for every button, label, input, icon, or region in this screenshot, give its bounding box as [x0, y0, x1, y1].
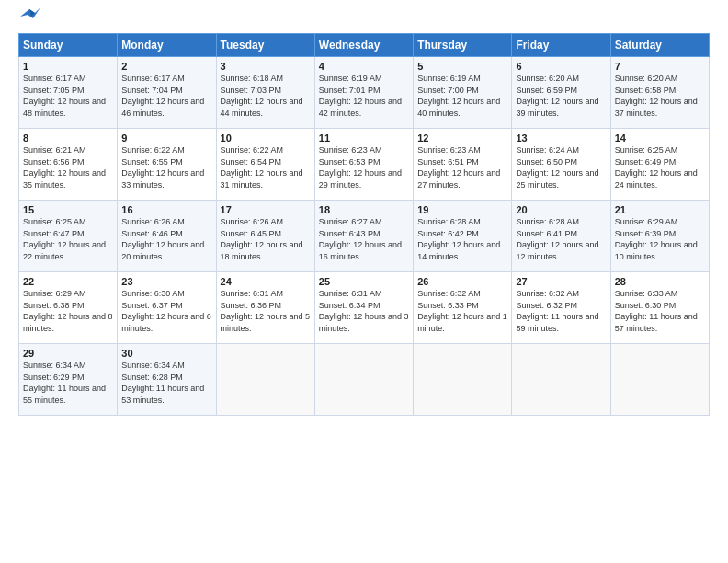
page: SundayMondayTuesdayWednesdayThursdayFrid… [0, 0, 728, 563]
calendar-header-cell: Tuesday [216, 34, 314, 57]
day-number: 30 [121, 348, 211, 359]
day-detail: Sunrise: 6:24 AMSunset: 6:50 PMDaylight:… [516, 145, 598, 190]
day-number: 26 [417, 276, 507, 287]
day-detail: Sunrise: 6:25 AMSunset: 6:47 PMDaylight:… [23, 217, 106, 261]
calendar-body: 1 Sunrise: 6:17 AMSunset: 7:05 PMDayligh… [19, 57, 710, 416]
day-detail: Sunrise: 6:22 AMSunset: 6:54 PMDaylight:… [221, 145, 303, 190]
day-number: 29 [23, 348, 113, 359]
day-number: 6 [516, 61, 606, 72]
calendar-day-cell: 15 Sunrise: 6:25 AMSunset: 6:47 PMDaylig… [19, 201, 118, 272]
day-number: 24 [221, 276, 311, 287]
calendar-header-cell: Saturday [610, 34, 709, 57]
day-number: 2 [121, 61, 211, 72]
calendar-day-cell: 2 Sunrise: 6:17 AMSunset: 7:04 PMDayligh… [118, 57, 216, 129]
calendar-day-cell: 5 Sunrise: 6:19 AMSunset: 7:00 PMDayligh… [414, 57, 512, 129]
calendar-header-row: SundayMondayTuesdayWednesdayThursdayFrid… [19, 34, 710, 57]
calendar-day-cell [610, 344, 709, 416]
day-number: 14 [615, 132, 705, 144]
day-detail: Sunrise: 6:29 AMSunset: 6:39 PMDaylight:… [615, 217, 698, 261]
day-number: 27 [516, 276, 606, 287]
day-number: 17 [221, 204, 311, 215]
calendar-day-cell: 4 Sunrise: 6:19 AMSunset: 7:01 PMDayligh… [314, 57, 413, 129]
day-number: 25 [319, 276, 409, 287]
calendar-day-cell: 24 Sunrise: 6:31 AMSunset: 6:36 PMDaylig… [216, 272, 314, 344]
calendar-day-cell: 12 Sunrise: 6:23 AMSunset: 6:51 PMDaylig… [414, 129, 512, 201]
day-number: 1 [23, 61, 113, 72]
calendar-day-cell: 8 Sunrise: 6:21 AMSunset: 6:56 PMDayligh… [19, 129, 118, 201]
calendar-day-cell: 16 Sunrise: 6:26 AMSunset: 6:46 PMDaylig… [118, 201, 216, 272]
day-number: 8 [23, 132, 113, 144]
calendar-week-row: 15 Sunrise: 6:25 AMSunset: 6:47 PMDaylig… [19, 201, 710, 272]
day-detail: Sunrise: 6:22 AMSunset: 6:55 PMDaylight:… [121, 145, 204, 190]
day-detail: Sunrise: 6:17 AMSunset: 7:04 PMDaylight:… [121, 74, 204, 118]
day-detail: Sunrise: 6:23 AMSunset: 6:51 PMDaylight:… [417, 145, 500, 190]
day-detail: Sunrise: 6:27 AMSunset: 6:43 PMDaylight:… [319, 217, 402, 261]
day-detail: Sunrise: 6:33 AMSunset: 6:30 PMDaylight:… [615, 289, 698, 333]
day-number: 12 [417, 132, 507, 144]
day-number: 28 [615, 276, 705, 287]
calendar-day-cell: 11 Sunrise: 6:23 AMSunset: 6:53 PMDaylig… [314, 129, 413, 201]
calendar-day-cell: 26 Sunrise: 6:32 AMSunset: 6:33 PMDaylig… [414, 272, 512, 344]
calendar-day-cell: 13 Sunrise: 6:24 AMSunset: 6:50 PMDaylig… [512, 129, 610, 201]
calendar-week-row: 22 Sunrise: 6:29 AMSunset: 6:38 PMDaylig… [19, 272, 710, 344]
calendar-day-cell: 23 Sunrise: 6:30 AMSunset: 6:37 PMDaylig… [118, 272, 216, 344]
day-detail: Sunrise: 6:18 AMSunset: 7:03 PMDaylight:… [221, 74, 303, 118]
calendar-day-cell: 22 Sunrise: 6:29 AMSunset: 6:38 PMDaylig… [19, 272, 118, 344]
day-number: 3 [221, 61, 311, 72]
calendar-day-cell: 9 Sunrise: 6:22 AMSunset: 6:55 PMDayligh… [118, 129, 216, 201]
day-number: 9 [121, 132, 211, 144]
day-detail: Sunrise: 6:31 AMSunset: 6:36 PMDaylight:… [221, 289, 311, 333]
calendar-day-cell: 6 Sunrise: 6:20 AMSunset: 6:59 PMDayligh… [512, 57, 610, 129]
calendar-day-cell: 10 Sunrise: 6:22 AMSunset: 6:54 PMDaylig… [216, 129, 314, 201]
day-number: 5 [417, 61, 507, 72]
logo-bird-icon [20, 7, 40, 24]
day-number: 10 [221, 132, 311, 144]
day-number: 18 [319, 204, 409, 215]
day-number: 20 [516, 204, 606, 215]
calendar-day-cell: 29 Sunrise: 6:34 AMSunset: 6:29 PMDaylig… [19, 344, 118, 416]
day-detail: Sunrise: 6:19 AMSunset: 7:01 PMDaylight:… [319, 74, 402, 118]
calendar-day-cell: 25 Sunrise: 6:31 AMSunset: 6:34 PMDaylig… [314, 272, 413, 344]
calendar-header-cell: Thursday [414, 34, 512, 57]
calendar-day-cell: 20 Sunrise: 6:28 AMSunset: 6:41 PMDaylig… [512, 201, 610, 272]
day-number: 11 [319, 132, 409, 144]
day-detail: Sunrise: 6:32 AMSunset: 6:32 PMDaylight:… [516, 289, 598, 333]
day-detail: Sunrise: 6:32 AMSunset: 6:33 PMDaylight:… [417, 289, 507, 333]
day-number: 15 [23, 204, 113, 215]
calendar-day-cell: 21 Sunrise: 6:29 AMSunset: 6:39 PMDaylig… [610, 201, 709, 272]
day-number: 23 [121, 276, 211, 287]
calendar-day-cell: 3 Sunrise: 6:18 AMSunset: 7:03 PMDayligh… [216, 57, 314, 129]
calendar-day-cell [414, 344, 512, 416]
day-detail: Sunrise: 6:20 AMSunset: 6:58 PMDaylight:… [615, 74, 698, 118]
calendar-header-cell: Friday [512, 34, 610, 57]
calendar-day-cell: 18 Sunrise: 6:27 AMSunset: 6:43 PMDaylig… [314, 201, 413, 272]
calendar-day-cell [216, 344, 314, 416]
calendar-day-cell: 1 Sunrise: 6:17 AMSunset: 7:05 PMDayligh… [19, 57, 118, 129]
calendar-header-cell: Sunday [19, 34, 118, 57]
calendar-day-cell: 17 Sunrise: 6:26 AMSunset: 6:45 PMDaylig… [216, 201, 314, 272]
day-detail: Sunrise: 6:34 AMSunset: 6:28 PMDaylight:… [121, 361, 204, 405]
calendar-day-cell: 7 Sunrise: 6:20 AMSunset: 6:58 PMDayligh… [610, 57, 709, 129]
day-number: 13 [516, 132, 606, 144]
day-detail: Sunrise: 6:29 AMSunset: 6:38 PMDaylight:… [23, 289, 113, 333]
day-detail: Sunrise: 6:21 AMSunset: 6:56 PMDaylight:… [23, 145, 106, 190]
day-detail: Sunrise: 6:19 AMSunset: 7:00 PMDaylight:… [417, 74, 500, 118]
calendar-day-cell: 30 Sunrise: 6:34 AMSunset: 6:28 PMDaylig… [118, 344, 216, 416]
calendar-week-row: 29 Sunrise: 6:34 AMSunset: 6:29 PMDaylig… [19, 344, 710, 416]
day-detail: Sunrise: 6:28 AMSunset: 6:41 PMDaylight:… [516, 217, 598, 261]
day-detail: Sunrise: 6:23 AMSunset: 6:53 PMDaylight:… [319, 145, 402, 190]
logo [18, 15, 40, 24]
day-number: 16 [121, 204, 211, 215]
calendar-day-cell: 14 Sunrise: 6:25 AMSunset: 6:49 PMDaylig… [610, 129, 709, 201]
day-detail: Sunrise: 6:34 AMSunset: 6:29 PMDaylight:… [23, 361, 106, 405]
calendar-day-cell: 19 Sunrise: 6:28 AMSunset: 6:42 PMDaylig… [414, 201, 512, 272]
calendar-week-row: 8 Sunrise: 6:21 AMSunset: 6:56 PMDayligh… [19, 129, 710, 201]
calendar-day-cell [512, 344, 610, 416]
day-number: 21 [615, 204, 705, 215]
day-number: 19 [417, 204, 507, 215]
day-detail: Sunrise: 6:17 AMSunset: 7:05 PMDaylight:… [23, 74, 106, 118]
calendar-day-cell [314, 344, 413, 416]
calendar-header-cell: Wednesday [314, 34, 413, 57]
day-detail: Sunrise: 6:20 AMSunset: 6:59 PMDaylight:… [516, 74, 598, 118]
calendar-week-row: 1 Sunrise: 6:17 AMSunset: 7:05 PMDayligh… [19, 57, 710, 129]
